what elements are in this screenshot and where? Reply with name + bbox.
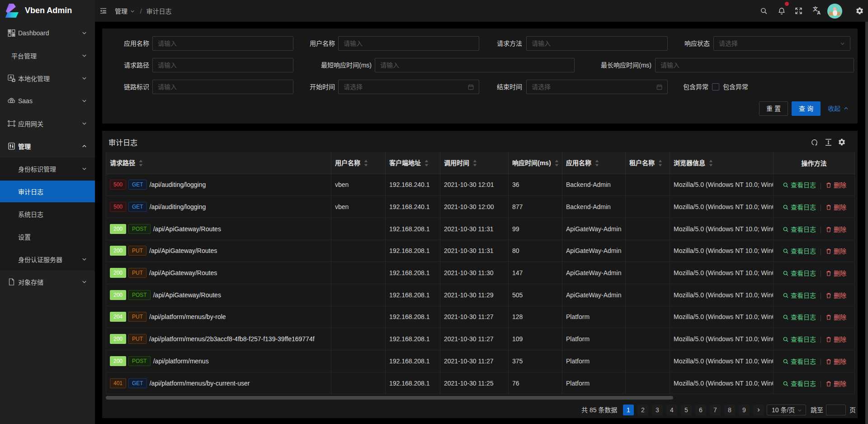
svg-text:A: A <box>817 10 821 15</box>
